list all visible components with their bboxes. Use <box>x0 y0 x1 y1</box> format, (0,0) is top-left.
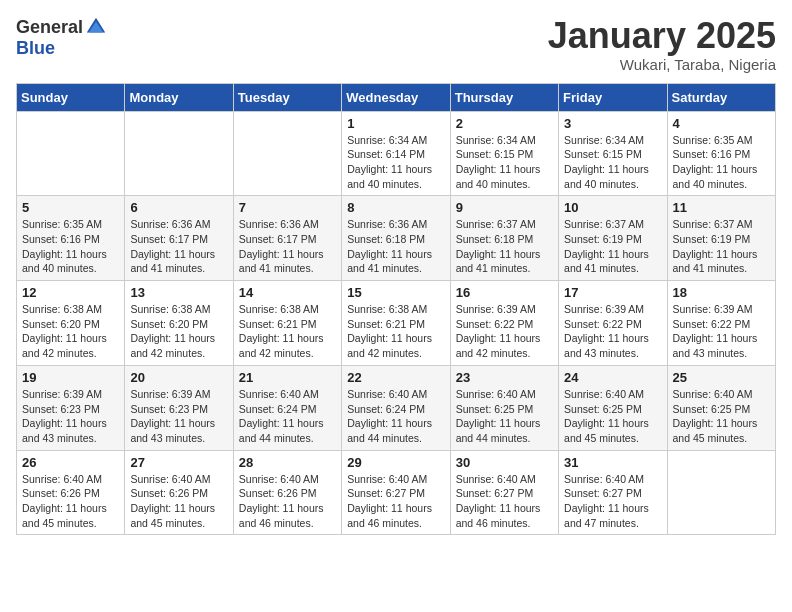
day-number: 3 <box>564 116 661 131</box>
day-info: Sunrise: 6:40 AM Sunset: 6:27 PM Dayligh… <box>456 472 553 531</box>
column-header-friday: Friday <box>559 83 667 111</box>
calendar-cell: 30Sunrise: 6:40 AM Sunset: 6:27 PM Dayli… <box>450 450 558 535</box>
calendar-cell: 11Sunrise: 6:37 AM Sunset: 6:19 PM Dayli… <box>667 196 775 281</box>
calendar-cell: 10Sunrise: 6:37 AM Sunset: 6:19 PM Dayli… <box>559 196 667 281</box>
day-number: 27 <box>130 455 227 470</box>
day-info: Sunrise: 6:38 AM Sunset: 6:21 PM Dayligh… <box>347 302 444 361</box>
calendar-cell: 18Sunrise: 6:39 AM Sunset: 6:22 PM Dayli… <box>667 281 775 366</box>
calendar-cell: 3Sunrise: 6:34 AM Sunset: 6:15 PM Daylig… <box>559 111 667 196</box>
column-header-sunday: Sunday <box>17 83 125 111</box>
day-info: Sunrise: 6:38 AM Sunset: 6:21 PM Dayligh… <box>239 302 336 361</box>
day-info: Sunrise: 6:36 AM Sunset: 6:17 PM Dayligh… <box>130 217 227 276</box>
day-number: 6 <box>130 200 227 215</box>
day-number: 12 <box>22 285 119 300</box>
month-title: January 2025 <box>548 16 776 56</box>
day-info: Sunrise: 6:40 AM Sunset: 6:26 PM Dayligh… <box>239 472 336 531</box>
day-number: 2 <box>456 116 553 131</box>
day-info: Sunrise: 6:40 AM Sunset: 6:24 PM Dayligh… <box>347 387 444 446</box>
day-info: Sunrise: 6:39 AM Sunset: 6:22 PM Dayligh… <box>456 302 553 361</box>
day-number: 13 <box>130 285 227 300</box>
calendar-cell: 29Sunrise: 6:40 AM Sunset: 6:27 PM Dayli… <box>342 450 450 535</box>
calendar-cell <box>125 111 233 196</box>
calendar-cell: 12Sunrise: 6:38 AM Sunset: 6:20 PM Dayli… <box>17 281 125 366</box>
day-info: Sunrise: 6:40 AM Sunset: 6:25 PM Dayligh… <box>564 387 661 446</box>
day-number: 20 <box>130 370 227 385</box>
day-number: 28 <box>239 455 336 470</box>
logo: General Blue <box>16 16 107 59</box>
column-header-thursday: Thursday <box>450 83 558 111</box>
calendar-cell: 25Sunrise: 6:40 AM Sunset: 6:25 PM Dayli… <box>667 365 775 450</box>
day-info: Sunrise: 6:40 AM Sunset: 6:27 PM Dayligh… <box>564 472 661 531</box>
day-info: Sunrise: 6:37 AM Sunset: 6:19 PM Dayligh… <box>564 217 661 276</box>
calendar-cell: 2Sunrise: 6:34 AM Sunset: 6:15 PM Daylig… <box>450 111 558 196</box>
day-number: 15 <box>347 285 444 300</box>
calendar-cell: 9Sunrise: 6:37 AM Sunset: 6:18 PM Daylig… <box>450 196 558 281</box>
day-info: Sunrise: 6:40 AM Sunset: 6:25 PM Dayligh… <box>673 387 770 446</box>
calendar-cell: 27Sunrise: 6:40 AM Sunset: 6:26 PM Dayli… <box>125 450 233 535</box>
calendar-cell: 7Sunrise: 6:36 AM Sunset: 6:17 PM Daylig… <box>233 196 341 281</box>
day-number: 11 <box>673 200 770 215</box>
logo-icon <box>85 16 107 38</box>
calendar-cell: 16Sunrise: 6:39 AM Sunset: 6:22 PM Dayli… <box>450 281 558 366</box>
day-info: Sunrise: 6:40 AM Sunset: 6:27 PM Dayligh… <box>347 472 444 531</box>
day-number: 5 <box>22 200 119 215</box>
calendar-cell <box>667 450 775 535</box>
calendar-week-row: 5Sunrise: 6:35 AM Sunset: 6:16 PM Daylig… <box>17 196 776 281</box>
calendar-cell: 26Sunrise: 6:40 AM Sunset: 6:26 PM Dayli… <box>17 450 125 535</box>
column-header-monday: Monday <box>125 83 233 111</box>
logo-blue-text: Blue <box>16 38 55 59</box>
calendar-cell: 19Sunrise: 6:39 AM Sunset: 6:23 PM Dayli… <box>17 365 125 450</box>
day-number: 10 <box>564 200 661 215</box>
day-number: 17 <box>564 285 661 300</box>
day-info: Sunrise: 6:36 AM Sunset: 6:17 PM Dayligh… <box>239 217 336 276</box>
column-header-tuesday: Tuesday <box>233 83 341 111</box>
calendar-cell: 6Sunrise: 6:36 AM Sunset: 6:17 PM Daylig… <box>125 196 233 281</box>
day-number: 1 <box>347 116 444 131</box>
calendar-table: SundayMondayTuesdayWednesdayThursdayFrid… <box>16 83 776 536</box>
calendar-cell: 24Sunrise: 6:40 AM Sunset: 6:25 PM Dayli… <box>559 365 667 450</box>
day-info: Sunrise: 6:34 AM Sunset: 6:15 PM Dayligh… <box>456 133 553 192</box>
column-header-saturday: Saturday <box>667 83 775 111</box>
calendar-cell: 17Sunrise: 6:39 AM Sunset: 6:22 PM Dayli… <box>559 281 667 366</box>
calendar-cell: 28Sunrise: 6:40 AM Sunset: 6:26 PM Dayli… <box>233 450 341 535</box>
calendar-cell: 8Sunrise: 6:36 AM Sunset: 6:18 PM Daylig… <box>342 196 450 281</box>
day-info: Sunrise: 6:38 AM Sunset: 6:20 PM Dayligh… <box>22 302 119 361</box>
calendar-cell <box>17 111 125 196</box>
calendar-cell: 21Sunrise: 6:40 AM Sunset: 6:24 PM Dayli… <box>233 365 341 450</box>
day-number: 24 <box>564 370 661 385</box>
day-number: 16 <box>456 285 553 300</box>
day-number: 18 <box>673 285 770 300</box>
day-number: 4 <box>673 116 770 131</box>
day-number: 25 <box>673 370 770 385</box>
calendar-week-row: 1Sunrise: 6:34 AM Sunset: 6:14 PM Daylig… <box>17 111 776 196</box>
day-info: Sunrise: 6:40 AM Sunset: 6:24 PM Dayligh… <box>239 387 336 446</box>
day-number: 26 <box>22 455 119 470</box>
calendar-week-row: 26Sunrise: 6:40 AM Sunset: 6:26 PM Dayli… <box>17 450 776 535</box>
day-number: 19 <box>22 370 119 385</box>
title-block: January 2025 Wukari, Taraba, Nigeria <box>548 16 776 73</box>
logo-general-text: General <box>16 17 83 38</box>
calendar-header-row: SundayMondayTuesdayWednesdayThursdayFrid… <box>17 83 776 111</box>
day-info: Sunrise: 6:35 AM Sunset: 6:16 PM Dayligh… <box>22 217 119 276</box>
day-number: 30 <box>456 455 553 470</box>
location-text: Wukari, Taraba, Nigeria <box>548 56 776 73</box>
day-info: Sunrise: 6:35 AM Sunset: 6:16 PM Dayligh… <box>673 133 770 192</box>
day-number: 14 <box>239 285 336 300</box>
column-header-wednesday: Wednesday <box>342 83 450 111</box>
day-number: 29 <box>347 455 444 470</box>
calendar-cell: 1Sunrise: 6:34 AM Sunset: 6:14 PM Daylig… <box>342 111 450 196</box>
calendar-cell <box>233 111 341 196</box>
calendar-cell: 13Sunrise: 6:38 AM Sunset: 6:20 PM Dayli… <box>125 281 233 366</box>
day-info: Sunrise: 6:39 AM Sunset: 6:23 PM Dayligh… <box>22 387 119 446</box>
day-info: Sunrise: 6:40 AM Sunset: 6:26 PM Dayligh… <box>22 472 119 531</box>
day-number: 8 <box>347 200 444 215</box>
calendar-cell: 5Sunrise: 6:35 AM Sunset: 6:16 PM Daylig… <box>17 196 125 281</box>
calendar-cell: 22Sunrise: 6:40 AM Sunset: 6:24 PM Dayli… <box>342 365 450 450</box>
calendar-cell: 31Sunrise: 6:40 AM Sunset: 6:27 PM Dayli… <box>559 450 667 535</box>
day-info: Sunrise: 6:39 AM Sunset: 6:22 PM Dayligh… <box>564 302 661 361</box>
day-info: Sunrise: 6:39 AM Sunset: 6:22 PM Dayligh… <box>673 302 770 361</box>
day-info: Sunrise: 6:37 AM Sunset: 6:18 PM Dayligh… <box>456 217 553 276</box>
day-info: Sunrise: 6:38 AM Sunset: 6:20 PM Dayligh… <box>130 302 227 361</box>
day-info: Sunrise: 6:34 AM Sunset: 6:14 PM Dayligh… <box>347 133 444 192</box>
day-number: 7 <box>239 200 336 215</box>
